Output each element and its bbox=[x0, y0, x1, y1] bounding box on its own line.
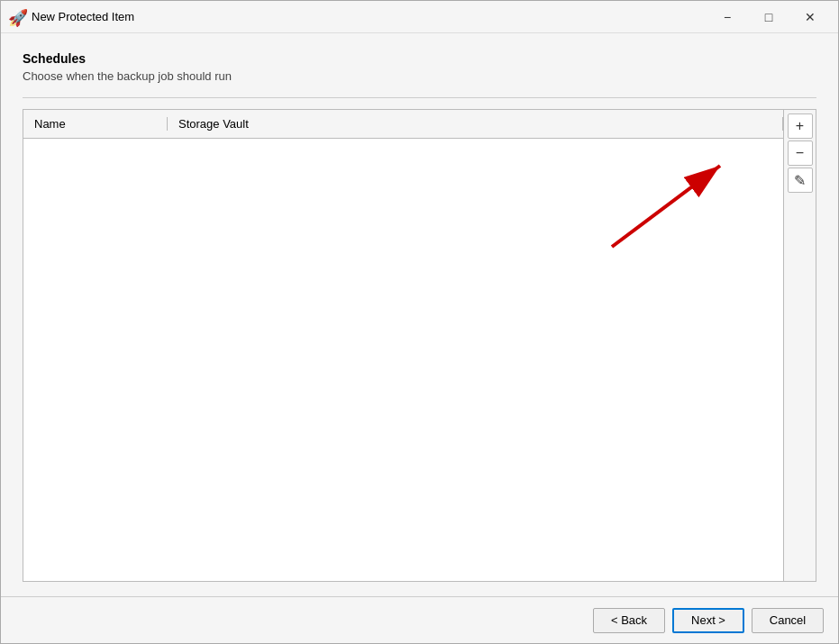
add-schedule-button[interactable]: + bbox=[788, 113, 813, 139]
main-window: 🚀 New Protected Item − □ ✕ Schedules Cho… bbox=[0, 0, 839, 644]
close-button[interactable]: ✕ bbox=[789, 1, 831, 33]
window-title: New Protected Item bbox=[32, 10, 707, 23]
section-title: Schedules bbox=[23, 51, 816, 66]
arrow-annotation bbox=[567, 157, 747, 274]
minimize-button[interactable]: − bbox=[707, 1, 748, 33]
svg-line-1 bbox=[612, 166, 720, 247]
side-toolbar: + − ✎ bbox=[783, 110, 816, 581]
table-header: Name Storage Vault bbox=[23, 110, 783, 139]
section-subtitle: Choose when the backup job should run bbox=[23, 69, 816, 83]
remove-schedule-button[interactable]: − bbox=[788, 141, 813, 166]
column-header-name: Name bbox=[23, 117, 168, 131]
section-divider bbox=[23, 97, 816, 98]
column-header-storage-vault: Storage Vault bbox=[168, 117, 783, 131]
cancel-button[interactable]: Cancel bbox=[752, 608, 824, 633]
table-main: Name Storage Vault bbox=[23, 110, 783, 581]
app-icon: 🚀 bbox=[8, 8, 26, 26]
footer: < Back Next > Cancel bbox=[1, 596, 838, 643]
next-button[interactable]: Next > bbox=[672, 608, 744, 633]
title-bar: 🚀 New Protected Item − □ ✕ bbox=[1, 1, 838, 33]
window-controls: − □ ✕ bbox=[707, 1, 831, 33]
back-button[interactable]: < Back bbox=[593, 608, 665, 633]
maximize-button[interactable]: □ bbox=[748, 1, 789, 33]
table-body bbox=[23, 139, 783, 581]
main-content: Schedules Choose when the backup job sho… bbox=[1, 33, 838, 596]
edit-schedule-button[interactable]: ✎ bbox=[788, 168, 813, 193]
schedules-table-container: Name Storage Vault bbox=[23, 109, 816, 582]
